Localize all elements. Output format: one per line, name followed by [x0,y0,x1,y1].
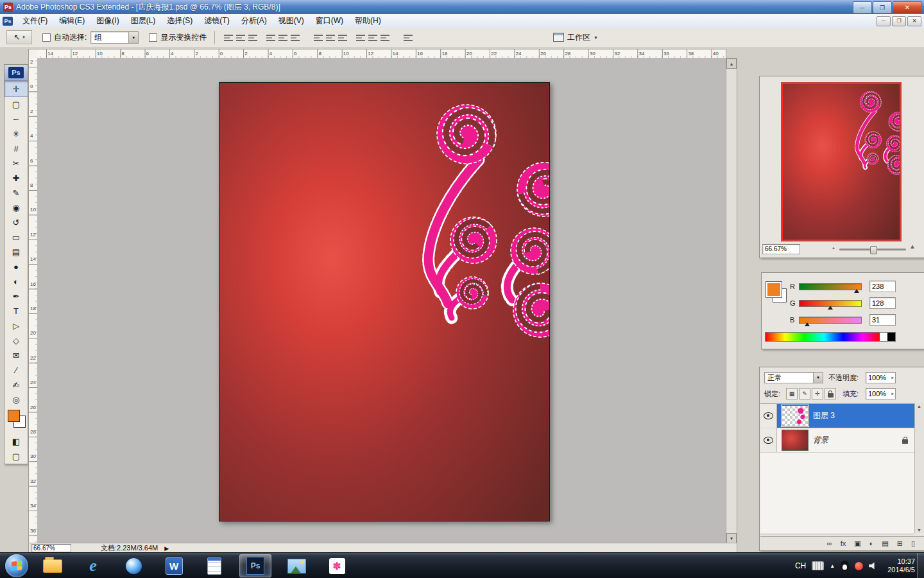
fill-spinner-icon[interactable]: ▸ [891,389,894,399]
blend-mode-caret-icon[interactable]: ▾ [813,372,823,383]
channel-slider-thumb[interactable] [805,322,810,326]
menu-item-analysis[interactable]: 分析(A) [235,14,273,28]
taskbar-explorer-button[interactable] [37,555,68,577]
zoom-slider-thumb[interactable] [870,246,877,254]
channel-value[interactable]: 31 [869,314,896,326]
status-menu-arrow-icon[interactable]: ▶ [164,545,169,552]
color-spectrum-bar[interactable] [765,332,896,342]
taskbar-clock[interactable]: 10:37 2014/6/5 [887,557,915,574]
new-group-icon[interactable]: ▤ [882,539,888,548]
align-vertical-centers-icon[interactable] [235,33,246,42]
distribute-right-edges-icon[interactable] [380,33,391,42]
auto-select-dropdown[interactable]: 组 ▾ [90,31,139,44]
zoom-tool[interactable]: ◎ [4,392,28,407]
navigator-view-rectangle[interactable] [782,83,900,240]
menu-item-filter[interactable]: 滤镜(T) [198,14,235,28]
navigator-zoom-value[interactable]: 66.67% [762,244,800,254]
blend-mode-dropdown[interactable]: 正常 ▾ [764,372,823,383]
type-tool[interactable]: T [4,304,28,319]
qq-icon[interactable] [841,561,849,571]
lock-transparent-pixels-button[interactable]: ▦ [786,388,798,399]
healing-brush-tool[interactable]: ✚ [4,171,28,186]
menu-item-view[interactable]: 视图(V) [273,14,310,28]
channel-value[interactable]: 238 [869,281,896,292]
zoom-in-icon[interactable]: ▲ [909,243,916,250]
layer-row-background[interactable]: 背景 [760,428,914,453]
menu-item-layer[interactable]: 图层(L) [125,14,162,28]
align-top-edges-icon[interactable] [223,33,234,42]
link-layers-icon[interactable]: ∞ [827,539,832,547]
new-adjustment-layer-icon[interactable]: ◐ [869,539,874,547]
align-left-edges-icon[interactable] [266,33,277,42]
menu-item-file[interactable]: 文件(F) [17,14,53,28]
taskbar-browser-button[interactable] [118,555,149,577]
volume-icon[interactable] [869,562,878,570]
menu-item-select[interactable]: 选择(S) [161,14,198,28]
auto-align-layers-icon[interactable] [403,33,414,42]
layer-thumbnail[interactable] [782,405,809,426]
navigator-zoom-slider[interactable] [839,249,906,250]
menu-item-help[interactable]: 帮助(H) [349,14,387,28]
language-indicator[interactable]: CH [795,561,806,570]
eraser-tool[interactable]: ▭ [4,230,28,245]
workspace-switcher[interactable]: 工作区 ▼ [553,32,598,43]
start-button[interactable] [5,554,28,577]
distribute-vertical-centers-icon[interactable] [325,33,336,42]
minimize-button[interactable]: ─ [853,1,872,13]
taskbar-photo-app-button[interactable]: ✽ [321,555,352,577]
foreground-color-tool-swatch[interactable] [8,410,20,422]
path-selection-tool[interactable]: ▷ [4,319,28,333]
layers-scroll-down-icon[interactable]: ▼ [917,528,921,532]
layer-row-layer-3[interactable]: 图层 3 [760,404,914,428]
menu-item-window[interactable]: 窗口(W) [310,14,349,28]
distribute-bottom-edges-icon[interactable] [338,33,348,42]
status-zoom-level[interactable]: 66.67% [31,544,71,552]
dodge-tool[interactable]: ◐ [4,274,28,289]
show-desktop-button[interactable] [917,553,924,578]
lock-image-pixels-button[interactable]: ✎ [799,388,810,399]
taskbar-image-viewer-button[interactable] [281,555,312,577]
blur-tool[interactable]: ● [4,259,28,274]
distribute-top-edges-icon[interactable] [313,33,324,42]
layer-entry[interactable]: 图层 3 [777,404,914,428]
fill-value[interactable]: 100% ▸ [866,388,896,399]
close-button[interactable]: ✕ [893,1,922,13]
channel-slider[interactable] [799,283,862,290]
distribute-left-edges-icon[interactable] [355,33,366,42]
menu-item-image[interactable]: 图像(I) [90,14,124,28]
menu-item-edit[interactable]: 编辑(E) [53,14,90,28]
notes-tool[interactable]: ✉ [4,348,28,363]
quick-mask-button[interactable]: ◧ [4,434,28,449]
channel-slider[interactable] [799,317,862,324]
keyboard-icon[interactable] [812,561,824,570]
navigator-thumbnail[interactable] [781,82,902,241]
hand-tool[interactable]: ✍ [4,378,28,392]
doc-minimize-button[interactable]: ─ [877,16,891,26]
align-bottom-edges-icon[interactable] [248,33,259,42]
lock-position-button[interactable]: ✛ [812,388,823,399]
screen-mode-button[interactable]: ▢ [4,449,28,464]
new-layer-icon[interactable]: ⊞ [897,539,903,548]
taskbar-photoshop-button[interactable]: Ps [239,554,271,577]
shape-tool[interactable]: ◇ [4,333,28,348]
layer-style-icon[interactable]: fx [841,539,846,547]
tool-preset-picker[interactable]: ↖ ▾ [6,30,32,44]
channel-value[interactable]: 128 [869,297,896,309]
taskbar-internet-explorer-button[interactable]: e [78,555,108,577]
tool-palette-header[interactable]: Ps [4,65,28,81]
doc-close-button[interactable]: ✕ [907,16,921,26]
layer-visibility-toggle[interactable] [760,428,777,452]
layer-thumbnail[interactable] [782,430,809,451]
distribute-horizontal-centers-icon[interactable] [368,33,379,42]
layers-scroll-up-icon[interactable]: ▲ [917,404,921,408]
document-canvas[interactable] [219,82,550,521]
delete-layer-icon[interactable]: ▯ [911,539,915,548]
align-horizontal-centers-icon[interactable] [278,33,289,42]
crop-tool[interactable]: # [4,141,28,156]
auto-select-checkbox[interactable] [42,33,51,42]
maximize-button[interactable]: ❐ [873,1,892,13]
lasso-tool[interactable]: ∽ [4,112,28,127]
doc-restore-button[interactable]: ❐ [892,16,906,26]
channel-slider-thumb[interactable] [854,289,859,293]
tray-expand-icon[interactable]: ▲ [830,563,835,569]
